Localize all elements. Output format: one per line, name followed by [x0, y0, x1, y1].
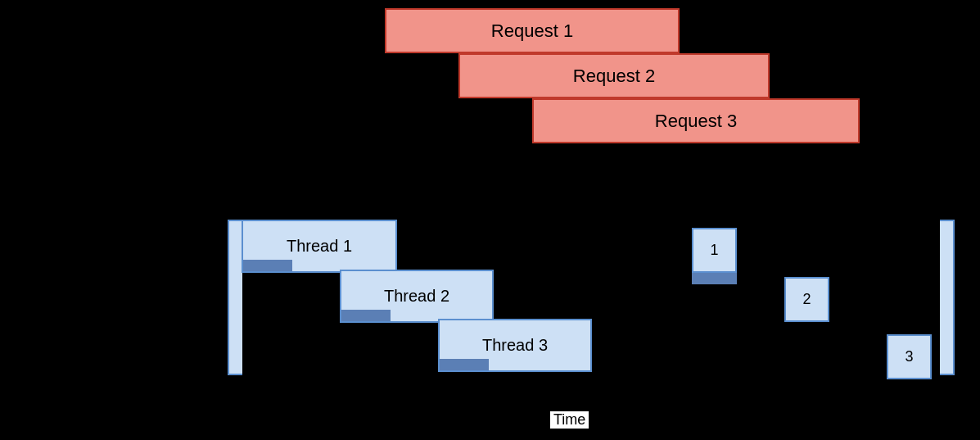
number-3-box: 3	[887, 334, 932, 379]
thread-1-box: Thread 1	[242, 220, 397, 273]
thread-2-box: Thread 2	[340, 270, 494, 323]
thread-2-accent	[341, 310, 391, 321]
number-3-label: 3	[905, 348, 913, 365]
request-2-label: Request 2	[573, 66, 655, 87]
time-label: Time	[550, 411, 589, 429]
thread-1-accent	[243, 260, 292, 271]
request-3-label: Request 3	[655, 111, 737, 132]
request-1-box: Request 1	[385, 8, 680, 53]
thread-3-accent	[440, 359, 489, 370]
number-1-label: 1	[710, 242, 718, 259]
request-2-box: Request 2	[458, 53, 770, 98]
thread-1-label: Thread 1	[287, 237, 352, 256]
thread-2-label: Thread 2	[384, 287, 449, 306]
number-2-box: 2	[784, 277, 829, 322]
request-3-box: Request 3	[532, 98, 860, 143]
number-1-accent	[692, 273, 737, 284]
bracket-right	[940, 220, 955, 375]
request-1-label: Request 1	[491, 20, 573, 42]
thread-3-box: Thread 3	[438, 319, 592, 372]
thread-3-label: Thread 3	[482, 336, 548, 355]
bracket-left	[228, 220, 242, 375]
number-2-label: 2	[802, 291, 811, 308]
diagram: Request 1 Request 2 Request 3 Thread 1 T…	[0, 0, 980, 440]
number-1-box: 1	[692, 228, 737, 273]
